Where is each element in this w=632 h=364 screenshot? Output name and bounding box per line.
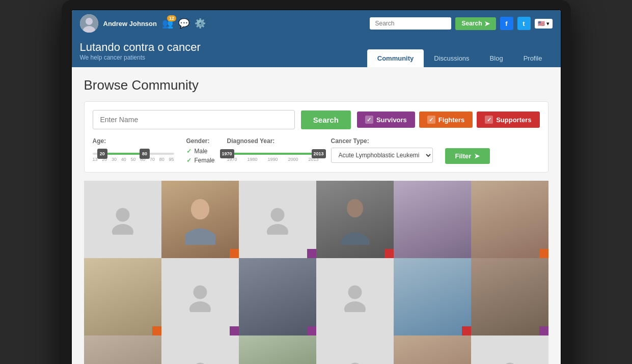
age-range-fill: [102, 153, 145, 155]
tab-discussions[interactable]: Discussions: [424, 49, 479, 67]
grid-cell-16[interactable]: [316, 335, 394, 364]
grid-cell-11[interactable]: [394, 258, 471, 335]
grid-cell-17[interactable]: [394, 335, 471, 364]
grid-cell-13[interactable]: [84, 335, 161, 364]
grid-cell-10[interactable]: [316, 258, 394, 335]
survivors-badge[interactable]: ✓ Survivors: [357, 111, 415, 128]
grid-cell-6[interactable]: [471, 181, 548, 258]
svg-point-8: [267, 224, 288, 235]
avatar[interactable]: [80, 14, 98, 33]
laptop-frame: Andrew Johnson 👥 12 💬 ⚙️ Search ➤ f t: [62, 0, 571, 364]
brand-info: Lutando contra o cancer We help cancer p…: [80, 41, 201, 67]
search-panel: Search ✓ Survivors ✓ Fighters ✓ Supporte: [84, 101, 548, 173]
header-left: Andrew Johnson 👥 12 💬 ⚙️: [80, 14, 206, 33]
survivors-checkbox: ✓: [365, 116, 373, 124]
grid-cell-1[interactable]: [84, 181, 161, 258]
main-content: Browse Community Search ✓ Survivors ✓ Fi…: [72, 67, 561, 364]
age-range-track: 20 80: [93, 153, 174, 155]
age-min-thumb[interactable]: 20: [97, 149, 107, 159]
grid-cell-4[interactable]: [316, 181, 394, 258]
grid-cell-8[interactable]: [161, 258, 239, 335]
chevron-down-icon: ▾: [546, 20, 549, 27]
top-header: Andrew Johnson 👥 12 💬 ⚙️ Search ➤ f t: [72, 10, 561, 37]
header-icons: 👥 12 💬 ⚙️: [162, 18, 206, 29]
filter-row: Age: 20 80 132030405060708095: [93, 137, 540, 164]
male-check: ✓: [186, 148, 191, 155]
year-min-thumb[interactable]: 1970: [220, 149, 234, 158]
grid-cell-9[interactable]: [239, 258, 316, 335]
supporters-badge[interactable]: ✓ Supporters: [477, 111, 539, 128]
filter-button[interactable]: Filter ➤: [445, 148, 490, 164]
fighters-badge[interactable]: ✓ Fighters: [419, 111, 473, 128]
avatar-placeholder: [161, 335, 239, 364]
svg-point-11: [189, 301, 211, 312]
badge-count: 12: [167, 15, 176, 21]
search-button[interactable]: Search: [301, 110, 351, 129]
header-search-button[interactable]: Search ➤: [455, 17, 496, 30]
male-option[interactable]: ✓ Male: [186, 148, 215, 155]
fighters-label: Fighters: [438, 116, 464, 124]
tab-community[interactable]: Community: [367, 49, 424, 67]
supporters-label: Supporters: [496, 116, 531, 124]
user-name: Andrew Johnson: [103, 20, 157, 27]
nav-tabs: Community Discussions Blog Profile: [367, 49, 553, 67]
header-search-input[interactable]: [370, 17, 451, 30]
tab-blog[interactable]: Blog: [480, 49, 513, 67]
avatar-placeholder: [239, 181, 316, 258]
survivors-label: Survivors: [376, 116, 407, 124]
svg-point-12: [348, 286, 362, 299]
settings-icon[interactable]: ⚙️: [195, 18, 206, 29]
svg-point-9: [347, 199, 363, 217]
name-search-input[interactable]: [93, 110, 295, 129]
gender-filter: Gender: ✓ Male ✓ Female: [186, 137, 215, 164]
avatar-placeholder: [471, 335, 548, 364]
age-range[interactable]: 20 80 132030405060708095: [93, 153, 174, 162]
grid-cell-18[interactable]: [471, 335, 548, 364]
year-range-labels: 19701980199020002013: [227, 157, 319, 162]
twitter-button[interactable]: t: [517, 17, 531, 30]
search-arrow-icon: ➤: [484, 20, 490, 27]
svg-point-4: [112, 224, 133, 235]
year-max-thumb[interactable]: 2013: [312, 149, 326, 158]
svg-point-10: [193, 286, 207, 299]
search-row: Search ✓ Survivors ✓ Fighters ✓ Supporte: [93, 110, 540, 129]
svg-point-7: [270, 208, 284, 222]
avatar-placeholder: [84, 181, 161, 258]
grid-cell-15[interactable]: [239, 335, 316, 364]
year-range[interactable]: 1970 2013 19701980199020002013: [227, 153, 319, 162]
messages-icon[interactable]: 💬: [178, 18, 189, 29]
grid-cell-2[interactable]: [161, 181, 239, 258]
avatar-placeholder: [316, 258, 394, 335]
filter-label: Filter: [455, 152, 472, 160]
avatar-placeholder: [316, 335, 394, 364]
age-filter: Age: 20 80 132030405060708095: [93, 137, 174, 162]
cancer-type-filter: Cancer Type: Acute Lymphoblastic Leukemi…: [331, 137, 433, 163]
svg-point-13: [344, 301, 366, 312]
grid-cell-5[interactable]: [394, 181, 471, 258]
language-selector[interactable]: 🇺🇸 ▾: [535, 19, 553, 29]
tab-profile[interactable]: Profile: [513, 49, 553, 67]
female-check: ✓: [186, 157, 191, 164]
brand-title: Lutando contra o cancer: [80, 41, 201, 54]
grid-cell-12[interactable]: [471, 258, 548, 335]
header-right: Search ➤ f t 🇺🇸 ▾: [370, 17, 552, 30]
cancer-type-select[interactable]: Acute Lymphoblastic Leukemia Breast Canc…: [331, 148, 433, 163]
year-range-fill: [227, 153, 319, 155]
year-label: Diagnosed Year:: [227, 137, 319, 145]
facebook-button[interactable]: f: [500, 17, 513, 30]
age-max-thumb[interactable]: 80: [140, 149, 150, 159]
grid-cell-7[interactable]: [84, 258, 161, 335]
laptop-screen: Andrew Johnson 👥 12 💬 ⚙️ Search ➤ f t: [71, 9, 562, 364]
notifications-icon[interactable]: 👥 12: [162, 18, 173, 29]
male-label: Male: [195, 148, 208, 155]
gender-options: ✓ Male ✓ Female: [186, 148, 215, 164]
brand-bar: Lutando contra o cancer We help cancer p…: [72, 37, 561, 67]
grid-cell-14[interactable]: [161, 335, 239, 364]
cancer-type-label: Cancer Type:: [331, 137, 433, 145]
female-label: Female: [195, 157, 215, 164]
age-label: Age:: [93, 137, 174, 145]
community-grid: [84, 181, 548, 364]
year-filter: Diagnosed Year: 1970 2013 19701980199020…: [227, 137, 319, 162]
grid-cell-3[interactable]: [239, 181, 316, 258]
female-option[interactable]: ✓ Female: [186, 157, 215, 164]
